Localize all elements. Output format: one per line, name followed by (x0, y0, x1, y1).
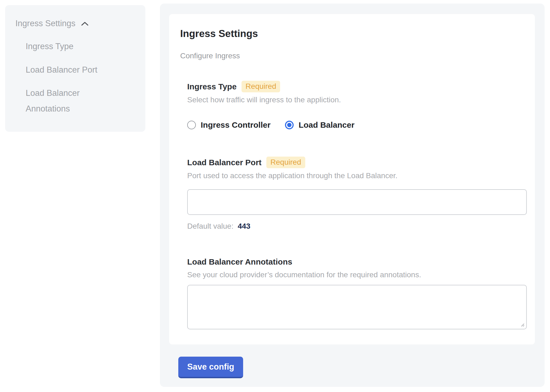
field-label-ingress-type: Ingress Type (187, 81, 237, 92)
field-load-balancer-annotations: Load Balancer Annotations See your cloud… (187, 256, 527, 329)
default-value-hint: Default value: 443 (187, 222, 527, 231)
radio-label-ingress-controller: Ingress Controller (201, 120, 270, 130)
field-desc-ingress-type: Select how traffic will ingress to the a… (187, 96, 527, 104)
field-label-load-balancer-annotations: Load Balancer Annotations (187, 256, 292, 267)
sidebar-item-load-balancer-annotations[interactable]: Load Balancer Annotations (26, 85, 93, 117)
page-subtitle: Configure Ingress (180, 52, 527, 60)
radio-load-balancer[interactable]: Load Balancer (285, 120, 354, 130)
sidebar-group-ingress-settings[interactable]: Ingress Settings (15, 19, 138, 28)
field-desc-load-balancer-annotations: See your cloud provider’s documentation … (187, 271, 527, 279)
annotations-textarea-wrap (187, 285, 527, 329)
field-lb-port-head: Load Balancer Port Required (187, 157, 527, 168)
sidebar-item-ingress-type[interactable]: Ingress Type (26, 42, 138, 51)
load-balancer-annotations-textarea[interactable] (187, 285, 527, 329)
page: Ingress Settings Ingress Type Load Balan… (0, 0, 550, 392)
sidebar-item-list: Ingress Type Load Balancer Port Load Bal… (26, 42, 138, 113)
page-title: Ingress Settings (180, 28, 527, 39)
radio-label-load-balancer: Load Balancer (299, 120, 354, 130)
config-nav-sidebar: Ingress Settings Ingress Type Load Balan… (5, 5, 145, 132)
radio-unselected-icon (187, 121, 196, 129)
config-panel: Ingress Settings Configure Ingress Ingre… (160, 4, 545, 387)
required-badge: Required (242, 81, 280, 92)
chevron-up-icon (81, 19, 89, 28)
default-value: 443 (238, 222, 250, 230)
resize-handle-icon[interactable] (520, 322, 525, 327)
config-card: Ingress Settings Configure Ingress Ingre… (169, 14, 535, 344)
field-lb-annotations-head: Load Balancer Annotations (187, 256, 527, 267)
ingress-type-radio-group: Ingress Controller Load Balancer (187, 120, 527, 130)
field-ingress-type-head: Ingress Type Required (187, 81, 527, 92)
load-balancer-port-input[interactable] (187, 189, 527, 215)
sidebar-group-label: Ingress Settings (15, 19, 75, 28)
radio-ingress-controller[interactable]: Ingress Controller (187, 120, 270, 130)
field-ingress-type: Ingress Type Required Select how traffic… (187, 81, 527, 130)
save-config-button[interactable]: Save config (178, 357, 243, 378)
radio-selected-icon (285, 121, 294, 129)
required-badge: Required (266, 157, 305, 168)
field-load-balancer-port: Load Balancer Port Required Port used to… (187, 157, 527, 231)
field-label-load-balancer-port: Load Balancer Port (187, 157, 261, 168)
sidebar-item-load-balancer-port[interactable]: Load Balancer Port (26, 65, 138, 75)
field-desc-load-balancer-port: Port used to access the application thro… (187, 171, 527, 180)
default-value-label: Default value: (187, 222, 233, 230)
